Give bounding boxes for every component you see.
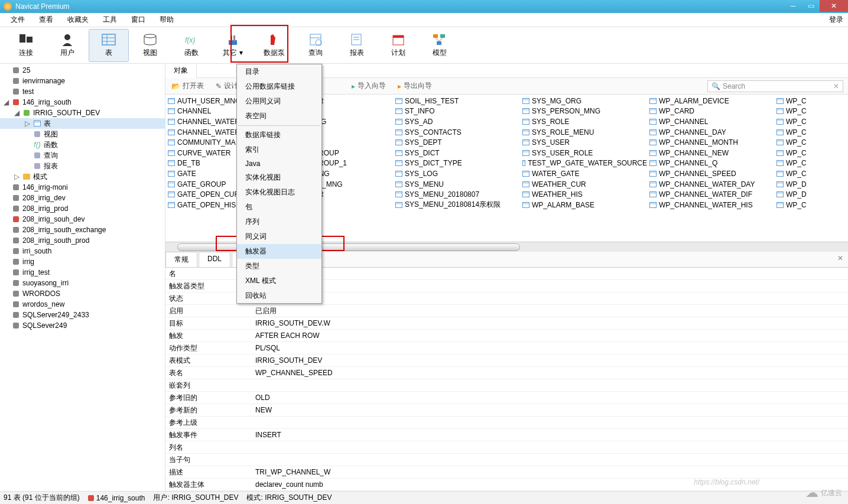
table-item[interactable]: SYS_MG_ORG bbox=[520, 96, 647, 106]
table-item[interactable]: WP_CHANNEL_WATER_HIS bbox=[647, 200, 774, 210]
dropdown-item[interactable]: 数据库链接 bbox=[237, 128, 321, 142]
table-item[interactable]: SYS_DICT_TYPE bbox=[393, 158, 520, 169]
table-item[interactable]: WP_CHANNEL_NEW bbox=[647, 148, 774, 158]
menu-工具[interactable]: 工具 bbox=[96, 13, 124, 27]
toolbar-报表[interactable]: 报表 bbox=[337, 29, 377, 62]
dropdown-item[interactable]: 表空间 bbox=[237, 109, 321, 123]
table-item[interactable]: WP_CHANNEL_MONTH bbox=[647, 137, 774, 148]
table-item[interactable]: WP_C bbox=[774, 106, 810, 117]
table-item[interactable]: WATER_GATE bbox=[520, 168, 647, 179]
tree-node[interactable]: 报表 bbox=[0, 161, 165, 171]
dropdown-item[interactable]: 公用数据库链接 bbox=[237, 79, 321, 94]
table-item[interactable]: SYS_MENU_20180807 bbox=[393, 189, 520, 200]
toolbar-计划[interactable]: 计划 bbox=[378, 29, 418, 62]
tab-objects[interactable]: 对象 bbox=[165, 64, 197, 78]
tree-node[interactable]: SQLServer249_2433 bbox=[0, 310, 165, 320]
table-item[interactable]: WP_CHANNEL bbox=[647, 116, 774, 127]
tree-node[interactable]: ◢IRRIG_SOUTH_DEV bbox=[0, 108, 165, 118]
table-item[interactable]: SYS_PERSON_MNG bbox=[520, 106, 647, 117]
table-item[interactable]: SYS_ROLE bbox=[520, 116, 647, 127]
dropdown-item[interactable]: 实体化视图 bbox=[237, 170, 321, 185]
table-item[interactable]: TEST_WP_GATE_WATER_SOURCE bbox=[520, 158, 647, 169]
maximize-button[interactable]: ▭ bbox=[802, 0, 820, 12]
dropdown-item[interactable]: 公用同义词 bbox=[237, 94, 321, 109]
dropdown-item[interactable]: Java bbox=[237, 157, 321, 170]
detail-tab[interactable]: 常规 bbox=[165, 252, 197, 267]
table-item[interactable]: SYS_AD bbox=[393, 116, 520, 127]
table-item[interactable]: SYS_LOG bbox=[393, 168, 520, 179]
login-link[interactable]: 登录 bbox=[829, 15, 843, 25]
tree-node[interactable]: ◢146_irrig_south bbox=[0, 97, 165, 108]
open-table-button[interactable]: 📂 打开表 bbox=[169, 80, 206, 92]
dropdown-item[interactable]: 同义词 bbox=[237, 229, 321, 244]
tree-node[interactable]: 146_irrig-moni bbox=[0, 182, 165, 193]
toolbar-表[interactable]: 表 bbox=[89, 29, 129, 62]
table-item[interactable]: WEATHER_CUR bbox=[520, 179, 647, 190]
table-item[interactable]: SYS_DEPT bbox=[393, 137, 520, 148]
close-panel-icon[interactable]: ✕ bbox=[833, 252, 848, 267]
connection-tree[interactable]: 25ienvirmanagetest◢146_irrig_south◢IRRIG… bbox=[0, 64, 165, 491]
table-item[interactable]: WP_C bbox=[774, 116, 810, 127]
detail-tab[interactable]: DDL bbox=[199, 252, 230, 267]
menu-文件[interactable]: 文件 bbox=[4, 13, 32, 27]
table-item[interactable]: SYS_USER bbox=[520, 137, 647, 148]
tree-node[interactable]: irrig bbox=[0, 256, 165, 267]
dropdown-item[interactable]: 回收站 bbox=[237, 288, 321, 303]
tree-node[interactable]: ienvirmanage bbox=[0, 76, 165, 86]
table-item[interactable]: SYS_USER_ROLE bbox=[520, 148, 647, 158]
close-button[interactable]: ✕ bbox=[820, 0, 848, 12]
table-item[interactable]: WP_C bbox=[774, 158, 810, 169]
tree-node[interactable]: 208_irrig_souh_dev bbox=[0, 214, 165, 225]
dropdown-item[interactable]: 触发器 bbox=[237, 244, 321, 259]
tree-node[interactable]: 208_irrig_prod bbox=[0, 203, 165, 214]
tree-node[interactable]: wrordos_new bbox=[0, 299, 165, 310]
dropdown-item[interactable]: 类型 bbox=[237, 259, 321, 274]
tree-node[interactable]: test bbox=[0, 86, 165, 97]
table-item[interactable]: WP_CHANNEL_DAY bbox=[647, 127, 774, 138]
table-item[interactable]: SYS_DICT bbox=[393, 148, 520, 158]
tree-node[interactable]: WRORDOS bbox=[0, 288, 165, 299]
table-item[interactable]: SOIL_HIS_TEST bbox=[393, 96, 520, 106]
table-item[interactable]: WP_CHANNEL_WATER_DIF bbox=[647, 189, 774, 200]
tree-node[interactable]: irrig_test bbox=[0, 267, 165, 278]
tree-node[interactable]: 208_irrig_south_prod bbox=[0, 235, 165, 246]
dropdown-item[interactable]: XML 模式 bbox=[237, 274, 321, 288]
tree-node[interactable]: 视图 bbox=[0, 129, 165, 139]
table-item[interactable]: WP_CHANNEL_SPEED bbox=[647, 168, 774, 179]
tree-node[interactable]: irri_south bbox=[0, 246, 165, 256]
table-item[interactable]: WP_C bbox=[774, 148, 810, 158]
table-item[interactable]: WP_D bbox=[774, 189, 810, 200]
table-item[interactable]: WP_ALARM_BASE bbox=[520, 200, 647, 210]
dropdown-item[interactable]: 索引 bbox=[237, 142, 321, 157]
table-item[interactable]: SYS_CONTACTS bbox=[393, 127, 520, 138]
table-item[interactable]: SYS_ROLE_MENU bbox=[520, 127, 647, 138]
tree-node[interactable]: f()函数 bbox=[0, 139, 165, 150]
table-item[interactable]: WP_D bbox=[774, 179, 810, 190]
tree-node[interactable]: 208_irrig_south_exchange bbox=[0, 225, 165, 235]
table-item[interactable]: WEATHER_HIS bbox=[520, 189, 647, 200]
table-item[interactable]: SYS_MENU bbox=[393, 179, 520, 190]
table-item[interactable]: ST_INFO bbox=[393, 106, 520, 117]
table-item[interactable]: WP_C bbox=[774, 200, 810, 210]
toolbar-视图[interactable]: 视图 bbox=[130, 29, 170, 62]
others-dropdown[interactable]: 目录公用数据库链接公用同义词表空间数据库链接索引Java实体化视图实体化视图日志… bbox=[236, 64, 322, 304]
toolbar-函数[interactable]: f(x)函数 bbox=[171, 29, 212, 62]
table-item[interactable]: WP_ALARM_DEVICE bbox=[647, 96, 774, 106]
clear-search-icon[interactable]: ✕ bbox=[833, 82, 839, 90]
search-input[interactable]: 🔍 Search ✕ bbox=[707, 80, 843, 92]
minimize-button[interactable]: ─ bbox=[784, 0, 802, 12]
table-item[interactable]: WP_C bbox=[774, 127, 810, 138]
tree-node[interactable]: ▷模式 bbox=[0, 171, 165, 182]
menu-收藏夹[interactable]: 收藏夹 bbox=[60, 13, 96, 27]
import-wizard-button[interactable]: ▸ 导入向导 bbox=[349, 80, 388, 92]
table-item[interactable]: WP_C bbox=[774, 168, 810, 179]
menu-帮助[interactable]: 帮助 bbox=[152, 13, 181, 27]
toolbar-用户[interactable]: 用户 bbox=[47, 29, 87, 62]
table-item[interactable]: WP_CHANNEL_WATER_DAY bbox=[647, 179, 774, 190]
dropdown-item[interactable]: 包 bbox=[237, 200, 321, 214]
toolbar-连接[interactable]: 连接 bbox=[6, 29, 46, 62]
table-item[interactable]: WP_C bbox=[774, 137, 810, 148]
tree-node[interactable]: 查询 bbox=[0, 150, 165, 161]
table-item[interactable]: SYS_MENU_20180814亲权限 bbox=[393, 200, 520, 210]
tree-node[interactable]: SQLSever249 bbox=[0, 320, 165, 331]
